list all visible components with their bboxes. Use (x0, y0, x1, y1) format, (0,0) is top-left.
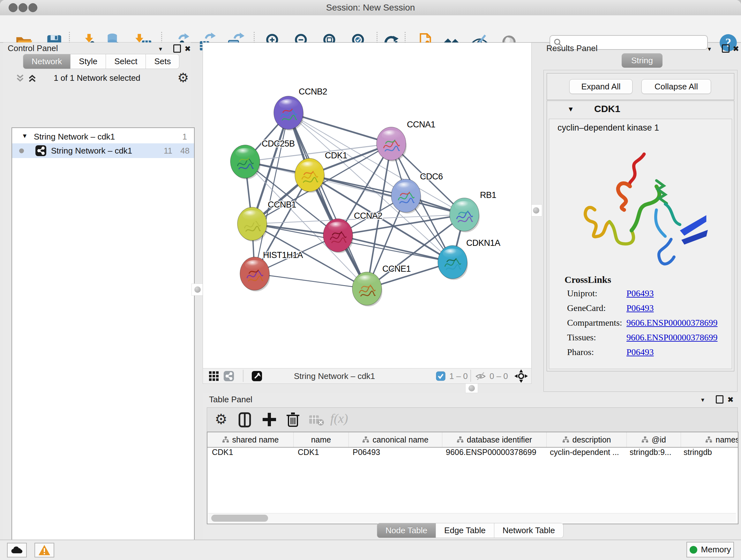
status-bar: Memory (0, 540, 741, 560)
entry-collapse-icon[interactable]: ▼ (567, 105, 574, 113)
open-in-new-window-icon[interactable] (252, 371, 262, 381)
fit-crosshair-icon[interactable] (515, 369, 528, 383)
network-edge[interactable] (288, 113, 391, 144)
entry-description: cyclin–dependent kinase 1 (557, 123, 659, 133)
table-row[interactable]: CDK1CDK1P064939606.ENSP00000378699cyclin… (207, 448, 738, 460)
network-edge[interactable] (255, 273, 367, 289)
tab-sets[interactable]: Sets (146, 54, 179, 69)
main-toolbar: ? (0, 15, 741, 43)
cloud-button[interactable] (7, 543, 27, 557)
table-cell[interactable]: CDK1 (293, 448, 348, 460)
network-node-CDKN1A[interactable]: CDKN1A (438, 238, 500, 280)
tab-style[interactable]: Style (71, 54, 106, 69)
right-splitter-handle[interactable] (530, 204, 542, 216)
network-row-selected[interactable]: String Network – cdk1 11 48 (12, 143, 194, 158)
table-cell[interactable]: CDK1 (207, 448, 293, 460)
tab-network-table[interactable]: Network Table (494, 523, 563, 538)
show-columns-icon[interactable] (238, 412, 252, 428)
column-header-name[interactable]: name (293, 432, 349, 447)
memory-button[interactable]: Memory (686, 542, 734, 557)
control-panel-tabs: NetworkStyleSelectSets (23, 54, 179, 69)
results-panel-title: Results Panel (546, 44, 597, 53)
network-canvas[interactable]: CCNB2CCNA1CDC25BCDK1CDC6RB1CCNB1CCNA2CDK… (203, 43, 532, 368)
crosslink-link[interactable]: P06493 (626, 347, 654, 357)
column-header-@id[interactable]: @id (627, 432, 681, 447)
network-edge[interactable] (255, 113, 288, 273)
tab-string[interactable]: String (622, 53, 663, 68)
hidden-counts: 0 – 0 (489, 371, 508, 381)
column-header-canonical-name[interactable]: canonical name (349, 432, 442, 447)
scrollbar-thumb[interactable] (211, 515, 268, 522)
crosslink-label: Compartments: (567, 318, 622, 328)
table-panel-float-icon[interactable] (716, 395, 724, 405)
birds-eye-grid-icon[interactable] (209, 371, 219, 381)
hidden-eye-slash-icon[interactable] (475, 372, 486, 381)
crosslink-link[interactable]: 9606.ENSP00000378699 (626, 318, 718, 328)
control-panel-menu-icon[interactable]: ▾ (159, 45, 162, 53)
network-options-gear-icon[interactable]: ⚙ (178, 71, 189, 84)
table-cell[interactable]: stringdb (679, 448, 738, 460)
tab-edge-table[interactable]: Edge Table (436, 523, 494, 538)
column-header-namespac[interactable]: namespac (681, 432, 738, 447)
expand-all-button[interactable]: Expand All (569, 79, 632, 94)
tab-select[interactable]: Select (106, 54, 146, 69)
table-panel-menu-icon[interactable]: ▾ (701, 396, 704, 403)
function-builder-icon[interactable]: f(x) (330, 411, 348, 426)
title-bar: Session: New Session (0, 0, 741, 16)
network-badge-gray-icon[interactable] (223, 371, 234, 381)
table-header-row: shared namenamecanonical namedatabase id… (207, 432, 738, 448)
table-panel-close-icon[interactable]: ✖ (727, 395, 734, 404)
network-node-HIST1H1A[interactable]: HIST1H1A (240, 250, 303, 292)
network-selection-status: 1 of 1 Network selected (3, 73, 191, 83)
table-cell[interactable]: stringdb:9... (625, 448, 679, 460)
left-splitter-handle[interactable] (192, 284, 204, 296)
tab-node-table[interactable]: Node Table (377, 523, 436, 538)
warning-button[interactable] (35, 543, 54, 557)
results-panel-close-icon[interactable]: ✖ (733, 44, 739, 53)
network-collection-row[interactable]: ▼ String Network – cdk1 1 (12, 130, 194, 144)
network-tree: ▼ String Network – cdk1 1 String Network… (11, 127, 195, 560)
delete-table-icon[interactable] (309, 415, 325, 426)
network-edge[interactable] (338, 235, 453, 262)
table-cell[interactable]: 9606.ENSP00000378699 (441, 448, 545, 460)
network-node-RB1[interactable]: RB1 (450, 190, 496, 233)
entry-content: cyclin–dependent kinase 1 (549, 119, 732, 369)
selected-checkbox-icon[interactable] (436, 371, 446, 381)
tab-network[interactable]: Network (23, 54, 71, 69)
crosslink-label: GeneCard: (567, 303, 606, 313)
network-node-CCNB1[interactable]: CCNB1 (238, 200, 296, 242)
table-toolbar: ⚙ f(x) (207, 408, 738, 432)
network-graph[interactable]: CCNB2CCNA1CDC25BCDK1CDC6RB1CCNB1CCNA2CDK… (203, 43, 531, 368)
application-window: Session: New Session (0, 0, 741, 560)
table-cell[interactable]: P06493 (348, 448, 441, 460)
results-panel-menu-icon[interactable]: ▾ (708, 45, 711, 53)
crosslink-link[interactable]: P06493 (626, 288, 654, 299)
collapse-all-button[interactable]: Collapse All (642, 79, 711, 94)
horizontal-scrollbar[interactable] (208, 513, 736, 523)
column-header-shared-name[interactable]: shared name (207, 432, 293, 447)
delete-column-trash-icon[interactable] (286, 412, 300, 428)
results-panel-float-icon[interactable] (722, 44, 730, 54)
crosslinks-title: CrossLinks (564, 274, 611, 285)
column-header-description[interactable]: description (547, 432, 627, 447)
table-settings-gear-icon[interactable]: ⚙ (215, 412, 227, 426)
network-edge[interactable] (288, 113, 367, 289)
collection-expand-icon[interactable]: ▼ (22, 132, 28, 139)
bottom-splitter-handle[interactable] (465, 383, 478, 393)
network-node-CCNE1[interactable]: CCNE1 (352, 264, 411, 307)
network-node-CCNB2[interactable]: CCNB2 (274, 87, 327, 131)
crosslink-link[interactable]: P06493 (626, 303, 654, 313)
node-label: CCNA1 (407, 120, 435, 129)
node-label: CDKN1A (466, 238, 500, 248)
network-edge-count: 48 (180, 146, 190, 156)
add-column-icon[interactable] (262, 412, 277, 427)
selected-counts: 1 – 0 (449, 371, 468, 381)
table-cell[interactable]: cyclin-dependent ... (545, 448, 625, 460)
control-panel-float-icon[interactable] (173, 44, 181, 54)
collection-count: 1 (183, 132, 187, 142)
column-header-database-identifier[interactable]: database identifier (442, 432, 547, 447)
control-panel-close-icon[interactable]: ✖ (185, 44, 191, 53)
crosslink-link[interactable]: 9606.ENSP00000378699 (626, 332, 718, 343)
table-tabs: Node TableEdge TableNetwork Table (377, 523, 563, 538)
network-node-CCNA1[interactable]: CCNA1 (377, 120, 435, 162)
